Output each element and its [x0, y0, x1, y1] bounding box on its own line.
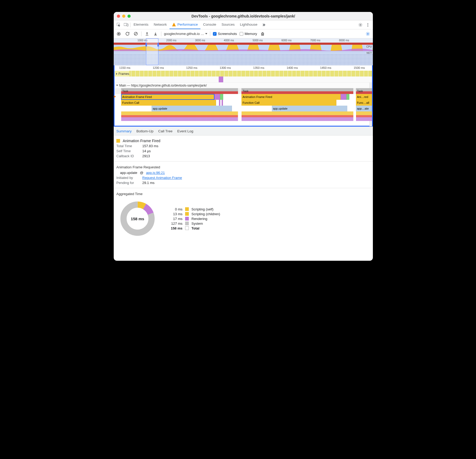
tab-label: Network [154, 22, 167, 26]
details-tab-bottom-up[interactable]: Bottom-Up [136, 129, 154, 133]
micro-tasks[interactable] [356, 111, 372, 121]
tab-performance[interactable]: Performance [170, 20, 200, 29]
legend-swatch [185, 222, 189, 225]
titlebar: DevTools - googlechrome.github.io/devtoo… [114, 12, 373, 20]
animation-frame-fired-block[interactable]: Animation Frame Fired [121, 94, 214, 100]
micro-tasks[interactable] [241, 111, 353, 121]
kebab-menu-icon[interactable] [364, 21, 371, 28]
main-thread-header[interactable]: Main — https://googlechrome.github.io/de… [115, 82, 372, 88]
flame-chart[interactable]: 1150 ms1200 ms1250 ms1300 ms1350 ms1400 … [114, 65, 373, 127]
overview-tick: 3000 ms [195, 39, 205, 42]
recording-selector[interactable]: googlechrome.github.io … [164, 32, 207, 36]
stack-at: @ [140, 171, 143, 175]
clear-icon[interactable] [133, 31, 139, 37]
overview-tick: 4000 ms [224, 39, 234, 42]
details-tab-summary[interactable]: Summary [116, 129, 132, 133]
summary-event: Animation Frame Fired Total Time157.83 m… [114, 136, 373, 161]
details-tab-event-log[interactable]: Event Log [177, 129, 193, 133]
cpu-label: CPU [366, 45, 372, 48]
tab-label: Sources [222, 22, 235, 26]
callback-id-value: 2913 [142, 154, 150, 158]
flame-tick: 1350 ms [253, 66, 264, 69]
event-color-swatch [116, 139, 120, 143]
legend-swatch [185, 212, 189, 216]
screenshots-label: Screenshots [218, 32, 237, 36]
layout-shift-block[interactable] [219, 76, 223, 82]
task-block[interactable]: Task [121, 88, 238, 94]
details-tab-call-tree[interactable]: Call Tree [158, 129, 172, 133]
initiated-by-link[interactable]: Request Animation Frame [142, 176, 182, 180]
reload-icon[interactable] [124, 31, 130, 37]
screenshots-checkbox[interactable]: ✓ Screenshots [213, 32, 237, 36]
total-time-label: Total Time [116, 144, 140, 148]
details-tabs: SummaryBottom-UpCall TreeEvent Log [114, 127, 373, 136]
overview-tick: 2000 ms [166, 39, 176, 42]
function-call-block[interactable]: Function Call [121, 100, 216, 106]
checkbox-checked-icon: ✓ [213, 32, 217, 36]
record-icon[interactable] [116, 31, 122, 37]
capture-settings-gear-icon[interactable] [365, 31, 371, 37]
app-update-block[interactable]: app.update [272, 106, 347, 111]
aggregated-donut: 158 ms [119, 200, 156, 237]
self-time-value: 14 µs [142, 149, 151, 153]
device-toggle-icon[interactable] [123, 21, 130, 28]
svg-point-6 [367, 26, 368, 26]
flame-tick: 1250 ms [186, 66, 197, 69]
donut-center: 158 ms [131, 217, 144, 221]
summary-requested: Animation Frame Requested app.update @ a… [114, 161, 373, 188]
timeline-overview[interactable]: 1000 ms2000 ms3000 ms4000 ms5000 ms6000 … [114, 38, 373, 65]
micro-tasks[interactable] [121, 111, 238, 121]
inspect-icon[interactable] [115, 21, 122, 28]
render-block[interactable] [214, 94, 220, 100]
selection-handle-left[interactable] [145, 43, 147, 47]
tab-sources[interactable]: Sources [219, 20, 237, 29]
legend-ms: 158 ms [164, 226, 182, 230]
tab-label: Elements [134, 22, 148, 26]
selection-handle-right[interactable] [157, 43, 159, 47]
function-call-block[interactable]: Func…all [356, 100, 372, 106]
summary-aggregated: Aggregated Time 158 ms 0 msScripting (se… [114, 188, 373, 243]
warning-icon [172, 23, 176, 26]
render-block[interactable] [341, 94, 346, 100]
stack-link[interactable]: app.js:96:21 [146, 171, 165, 175]
legend-row: 17 msRendering [164, 217, 220, 221]
upload-icon[interactable] [144, 31, 150, 37]
legend-row: 0 msScripting (self) [164, 207, 220, 211]
event-name: Animation Frame Fired [123, 139, 160, 143]
tab-elements[interactable]: Elements [131, 20, 151, 29]
tab-console[interactable]: Console [200, 20, 219, 29]
tab-network[interactable]: Network [151, 20, 170, 29]
task-block[interactable]: Task [241, 88, 353, 94]
app-update-block[interactable]: app.update [152, 106, 232, 111]
more-tabs-icon[interactable] [260, 21, 267, 28]
frames-track[interactable]: Frames [115, 71, 372, 76]
memory-checkbox[interactable]: Memory [240, 32, 257, 36]
overview-selection[interactable] [146, 38, 158, 65]
checkbox-unchecked-icon [240, 32, 243, 36]
flame-tick: 1150 ms [119, 66, 130, 69]
overview-tick: 6000 ms [281, 39, 291, 42]
memory-label: Memory [245, 32, 257, 36]
flame-tick: 1300 ms [220, 66, 231, 69]
flame-tick: 1500 ms [354, 66, 365, 69]
expand-icon[interactable] [116, 85, 118, 86]
initiated-by-label: Initiated by [116, 176, 140, 180]
paint-block[interactable] [220, 94, 223, 100]
task-block[interactable]: Task [356, 88, 372, 94]
function-call-block[interactable]: Function Call [241, 100, 336, 106]
legend-row: 13 msScripting (children) [164, 212, 220, 216]
tab-label: Lighthouse [240, 22, 257, 26]
tab-lighthouse[interactable]: Lighthouse [237, 20, 260, 29]
download-icon[interactable] [153, 31, 158, 37]
settings-gear-icon[interactable] [357, 21, 364, 28]
legend-swatch [185, 217, 189, 220]
gc-icon[interactable] [260, 31, 266, 37]
animation-frame-fired-block[interactable]: Ani…red [356, 94, 372, 100]
paint-block[interactable] [346, 94, 350, 100]
collapse-icon[interactable] [116, 73, 117, 75]
animation-frame-fired-block[interactable]: Animation Frame Fired [241, 94, 341, 100]
legend-label: Scripting (children) [191, 212, 220, 216]
legend-label: Total [191, 226, 199, 230]
app-update-block[interactable]: app…ate [356, 106, 372, 111]
svg-point-8 [118, 33, 120, 35]
